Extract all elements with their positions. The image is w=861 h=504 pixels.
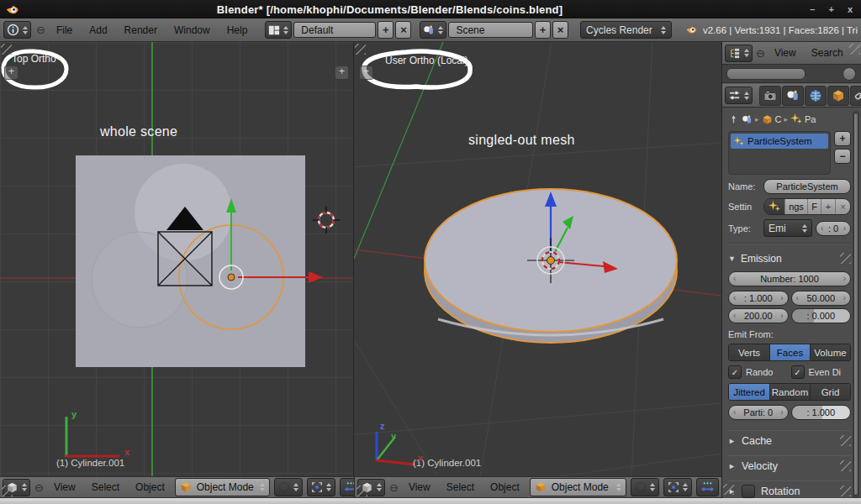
increment-icon[interactable]: ›	[843, 293, 846, 302]
panel-grip[interactable]	[840, 435, 851, 446]
tab-world[interactable]	[805, 86, 827, 106]
viewport-left[interactable]: Top Ortho whole scene (1) Cylinder.001 y…	[0, 42, 354, 477]
viewport-shading-dropdown[interactable]	[274, 478, 303, 496]
rotation-panel-header[interactable]: ► Rotation	[728, 480, 851, 498]
3d-cursor[interactable]	[313, 207, 340, 234]
settings-name-field[interactable]: ngs	[784, 199, 807, 214]
collapse-menus-icon[interactable]: ⊖	[34, 482, 44, 493]
screen-layout-browse-button[interactable]	[265, 21, 292, 39]
menu-view[interactable]: View	[403, 481, 436, 493]
increment-icon[interactable]: ›	[843, 274, 846, 283]
tab-object[interactable]	[827, 86, 849, 106]
mode-dropdown[interactable]: Object Mode	[175, 478, 270, 496]
menu-select[interactable]: Select	[441, 481, 480, 493]
decrement-icon[interactable]: ‹	[796, 293, 799, 302]
properties-scrollbar[interactable]	[853, 111, 859, 498]
browse-settings-button[interactable]	[764, 199, 784, 214]
pivot-point-dropdown[interactable]	[307, 478, 335, 496]
viewport-shading-dropdown[interactable]	[631, 478, 659, 496]
region-expand-icon[interactable]: +	[335, 66, 349, 80]
emit-faces-button[interactable]: Faces	[769, 344, 810, 360]
add-layout-button[interactable]: +	[378, 21, 394, 39]
unlink-settings-button[interactable]: ×	[835, 199, 850, 214]
manipulator-toggle[interactable]	[340, 478, 354, 496]
corner-grip[interactable]	[2, 486, 13, 496]
minimize-button[interactable]: –	[810, 4, 815, 14]
screen-layout-name-field[interactable]: Default	[293, 22, 376, 38]
delete-scene-button[interactable]: ×	[552, 21, 568, 39]
start-field[interactable]: ‹ : 1.000 ›	[728, 291, 789, 306]
maximize-button[interactable]: +	[828, 4, 833, 14]
cache-panel-header[interactable]: ► Cache	[728, 430, 851, 451]
menu-file[interactable]: File	[50, 24, 78, 36]
checkbox-checked-icon[interactable]: ✓	[791, 365, 805, 379]
type-dropdown[interactable]: Emi	[763, 219, 812, 237]
manipulator-toggle[interactable]	[696, 478, 719, 496]
decrement-icon[interactable]: ‹	[733, 407, 736, 417]
even-distribution-checkbox[interactable]: ✓ Even Di	[791, 365, 852, 379]
outliner-horizontal-scrollbar[interactable]	[726, 68, 806, 80]
pivot-point-dropdown[interactable]	[663, 478, 692, 496]
expand-triangle-icon[interactable]: ►	[728, 462, 736, 470]
expand-triangle-icon[interactable]: ►	[728, 437, 736, 445]
region-expand-icon[interactable]: +	[4, 66, 18, 80]
number-field[interactable]: ‹ Number: 1000 ›	[728, 271, 851, 286]
emission-panel-header[interactable]: ▼ Emission	[728, 250, 851, 267]
scene-browse-button[interactable]	[420, 21, 446, 39]
region-expand-icon[interactable]: +	[359, 66, 373, 80]
increment-icon[interactable]: ›	[843, 223, 846, 233]
new-settings-button[interactable]: +	[821, 199, 835, 214]
increment-icon[interactable]: ›	[780, 311, 783, 320]
menu-view[interactable]: View	[48, 481, 82, 493]
render-engine-dropdown[interactable]: Cycles Render	[580, 21, 672, 39]
remove-particle-system-button[interactable]: −	[834, 149, 851, 164]
menu-object[interactable]: Object	[484, 481, 526, 493]
corner-grip[interactable]	[357, 486, 367, 496]
outliner-scroll-knob[interactable]	[843, 67, 856, 81]
menu-outliner-view[interactable]: View	[769, 47, 802, 59]
jittering-amount-slider[interactable]: : 1.000	[791, 405, 852, 420]
menu-outliner-search[interactable]: Search	[806, 47, 849, 59]
increment-icon[interactable]: ›	[780, 407, 783, 417]
delete-layout-button[interactable]: ×	[395, 21, 411, 39]
pin-icon[interactable]	[728, 114, 739, 125]
particle-system-list[interactable]: ParticleSystem	[728, 131, 831, 175]
panel-grip[interactable]	[840, 253, 851, 264]
velocity-panel-header[interactable]: ► Velocity	[728, 455, 851, 476]
grid-button[interactable]: Grid	[810, 384, 850, 400]
tab-constraints[interactable]	[850, 86, 861, 106]
end-field[interactable]: ‹ 50.000 ›	[791, 291, 852, 306]
panel-grip[interactable]	[840, 486, 851, 496]
menu-help[interactable]: Help	[221, 24, 254, 36]
checkbox-checked-icon[interactable]: ✓	[728, 365, 742, 379]
rotation-checkbox[interactable]	[742, 485, 755, 498]
decrement-icon[interactable]: ‹	[733, 293, 736, 302]
jittered-button[interactable]: Jittered	[729, 384, 769, 400]
add-scene-button[interactable]: +	[535, 21, 551, 39]
scrollbar-thumb[interactable]	[853, 113, 858, 496]
editor-type-selector-info[interactable]	[3, 21, 31, 39]
emit-verts-button[interactable]: Verts	[729, 344, 769, 360]
collapse-menus-icon[interactable]: ⊖	[389, 482, 399, 493]
fake-user-button[interactable]: F	[807, 199, 821, 214]
list-item[interactable]: ParticleSystem	[731, 134, 828, 149]
decrement-icon[interactable]: ‹	[733, 274, 736, 283]
random-order-checkbox[interactable]: ✓ Rando	[728, 365, 789, 379]
mode-dropdown[interactable]: Object Mode	[530, 478, 626, 496]
lifetime-random-slider[interactable]: : 0.000	[791, 308, 852, 323]
close-button[interactable]: x	[848, 4, 853, 14]
collapse-triangle-icon[interactable]: ▼	[728, 255, 736, 263]
viewport-right[interactable]: User Ortho (Local) singled-out mesh (1) …	[354, 42, 721, 477]
menu-select[interactable]: Select	[86, 481, 125, 493]
editor-type-selector-properties[interactable]	[725, 87, 753, 104]
corner-grip[interactable]	[355, 44, 366, 55]
collapse-menus-icon[interactable]: ⊖	[756, 48, 765, 59]
tab-scene[interactable]	[782, 86, 804, 106]
collapse-menus-icon[interactable]: ⊖	[36, 24, 45, 35]
emit-volume-button[interactable]: Volume	[810, 344, 850, 360]
menu-object[interactable]: Object	[129, 481, 171, 493]
lifetime-field[interactable]: ‹ 200.00 ›	[728, 308, 789, 323]
increment-icon[interactable]: ›	[780, 293, 783, 302]
menu-window[interactable]: Window	[168, 24, 216, 36]
tab-render[interactable]	[759, 86, 781, 106]
